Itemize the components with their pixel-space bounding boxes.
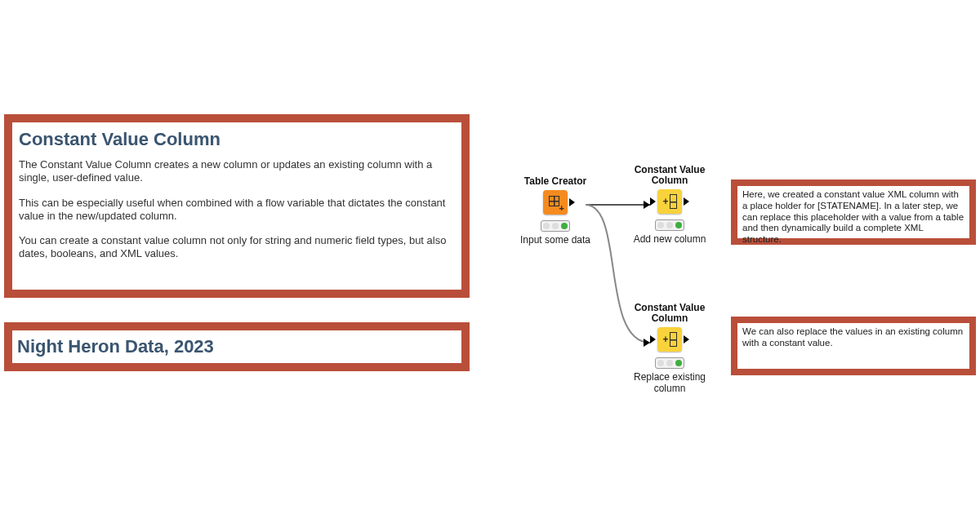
output-port[interactable]: [684, 197, 689, 206]
table-creator-icon: [543, 190, 568, 215]
constant-value-column-icon: +: [657, 189, 682, 214]
node-caption: Input some data: [510, 235, 600, 246]
credit-panel: Night Heron Data, 2023: [4, 322, 470, 371]
node-body: +: [625, 327, 715, 352]
status-traffic-light: [541, 220, 570, 232]
node-cvc-replace[interactable]: Constant Value Column + Replace existing…: [625, 303, 715, 394]
node-title: Table Creator: [510, 176, 600, 187]
node-cvc-add[interactable]: Constant Value Column + Add new column: [625, 165, 715, 246]
annotation-text: We can also replace the values in an exi…: [742, 326, 963, 348]
node-title: Constant Value Column: [625, 165, 715, 186]
intro-panel: Constant Value Column The Constant Value…: [4, 114, 470, 298]
intro-p2: This can be especially useful when combi…: [19, 197, 455, 224]
status-traffic-light: [655, 357, 684, 369]
node-body: +: [625, 189, 715, 214]
constant-value-column-icon: +: [657, 327, 682, 352]
node-title: Constant Value Column: [625, 303, 715, 324]
node-caption: Replace existing column: [625, 372, 715, 393]
annotation-replace-column: We can also replace the values in an exi…: [731, 317, 976, 375]
intro-p3: You can create a constant value column n…: [19, 234, 455, 261]
status-traffic-light: [655, 219, 684, 231]
annotation-add-column: Here, we created a constant value XML co…: [731, 179, 976, 245]
intro-p1: The Constant Value Column creates a new …: [19, 158, 455, 185]
intro-heading: Constant Value Column: [19, 129, 455, 150]
node-table-creator[interactable]: Table Creator Input some data: [510, 176, 600, 246]
output-port[interactable]: [684, 335, 689, 343]
input-port[interactable]: [650, 335, 656, 343]
annotation-text: Here, we created a constant value XML co…: [742, 189, 964, 244]
output-port[interactable]: [569, 198, 575, 206]
credit-text: Night Heron Data, 2023: [17, 336, 214, 357]
node-body: [510, 190, 600, 215]
input-port[interactable]: [650, 197, 656, 206]
node-caption: Add new column: [625, 234, 715, 245]
